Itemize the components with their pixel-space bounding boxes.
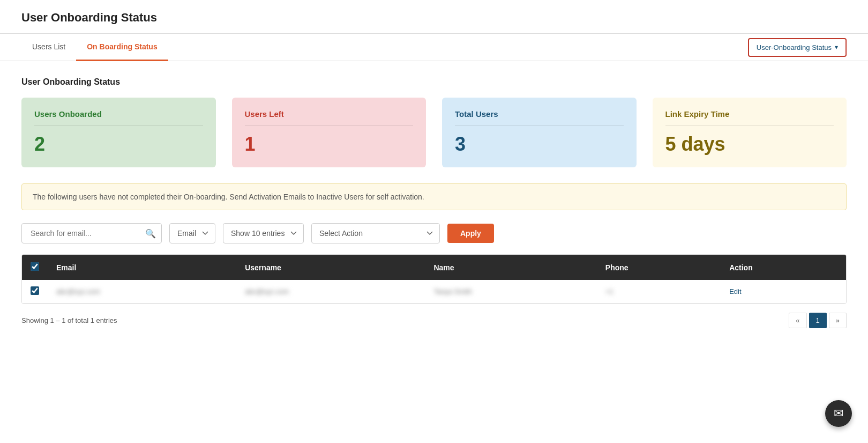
pagination-row: Showing 1 – 1 of total 1 entries « 1 » — [21, 304, 847, 334]
select-all-checkbox[interactable] — [31, 262, 39, 271]
search-input[interactable] — [27, 224, 145, 243]
next-page-button[interactable]: » — [829, 313, 847, 328]
edit-link[interactable]: Edit — [729, 287, 741, 296]
tab-onboarding-status[interactable]: On Boarding Status — [76, 34, 168, 61]
stat-value-onboarded: 2 — [34, 133, 203, 156]
tab-dropdown[interactable]: User-Onboarding Status ▾ — [748, 38, 847, 57]
data-table: Email Username Name Phone Action abc@xyz… — [21, 254, 847, 304]
search-wrapper: 🔍 — [21, 223, 162, 243]
stat-label-total: Total Users — [455, 109, 624, 119]
row-phone: +1 — [597, 280, 721, 304]
table-header-row: Email Username Name Phone Action — [22, 255, 846, 280]
chat-icon: ✉ — [834, 407, 843, 420]
col-header-phone: Phone — [597, 255, 721, 280]
select-action-select[interactable]: Select Action — [311, 223, 440, 243]
stat-value-total: 3 — [455, 133, 624, 156]
stat-card-expiry: Link Expiry Time 5 days — [653, 98, 847, 167]
prev-page-button[interactable]: « — [789, 313, 806, 328]
col-header-email: Email — [48, 255, 236, 280]
alert-text: The following users have not completed t… — [33, 193, 424, 201]
page-header: User Onboarding Status — [0, 0, 868, 34]
pagination-info: Showing 1 – 1 of total 1 entries — [21, 316, 117, 324]
show-entries-select[interactable]: Show 10 entries — [223, 223, 304, 243]
row-checkbox-cell — [22, 280, 48, 304]
stat-label-onboarded: Users Onboarded — [34, 109, 203, 119]
row-action: Edit — [721, 280, 846, 304]
tab-users-list[interactable]: Users List — [21, 34, 76, 61]
col-header-username: Username — [236, 255, 425, 280]
stat-label-left: Users Left — [245, 109, 414, 119]
search-icon: 🔍 — [145, 228, 156, 239]
stat-card-onboarded: Users Onboarded 2 — [21, 98, 216, 167]
page-title: User Onboarding Status — [21, 11, 847, 25]
apply-button[interactable]: Apply — [447, 224, 494, 243]
row-email: abc@xyz.com — [48, 280, 236, 304]
stat-value-expiry: 5 days — [665, 133, 834, 156]
stat-card-total: Total Users 3 — [442, 98, 637, 167]
filters-row: 🔍 Email Show 10 entries Select Action Ap… — [21, 223, 847, 243]
content-area: User Onboarding Status Users Onboarded 2… — [0, 61, 868, 350]
chevron-down-icon: ▾ — [835, 43, 838, 51]
stats-section-title: User Onboarding Status — [21, 77, 847, 87]
alert-box: The following users have not completed t… — [21, 183, 847, 210]
email-filter-select[interactable]: Email — [169, 223, 215, 243]
row-name: Tanya Smith — [425, 280, 596, 304]
tabs-bar: Users List On Boarding Status User-Onboa… — [0, 34, 868, 61]
chat-fab-button[interactable]: ✉ — [825, 400, 852, 427]
col-header-action: Action — [721, 255, 846, 280]
stat-card-left: Users Left 1 — [232, 98, 426, 167]
row-checkbox[interactable] — [31, 286, 39, 295]
stat-label-expiry: Link Expiry Time — [665, 109, 834, 119]
tab-dropdown-label: User-Onboarding Status — [757, 43, 832, 51]
col-header-name: Name — [425, 255, 596, 280]
stats-row: Users Onboarded 2 Users Left 1 Total Use… — [21, 98, 847, 167]
table-row: abc@xyz.com abc@xyz.com Tanya Smith +1 E… — [22, 280, 846, 304]
header-checkbox-cell — [22, 255, 48, 280]
row-username: abc@xyz.com — [236, 280, 425, 304]
pagination-controls: « 1 » — [789, 313, 847, 328]
stat-value-left: 1 — [245, 133, 414, 156]
tabs-left: Users List On Boarding Status — [21, 34, 168, 61]
current-page-button[interactable]: 1 — [809, 313, 827, 328]
